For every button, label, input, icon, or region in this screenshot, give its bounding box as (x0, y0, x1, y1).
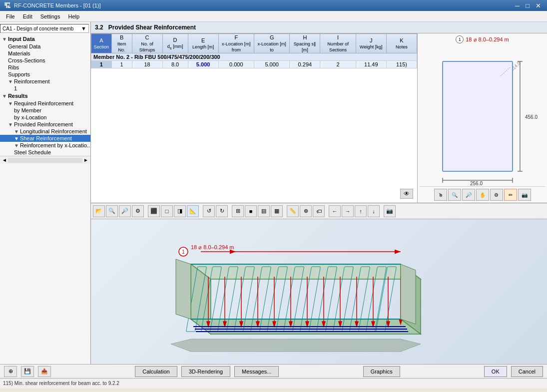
rendering-button[interactable]: 3D-Rendering (181, 366, 230, 377)
tb-zoom-button[interactable]: 🔎 (119, 205, 131, 217)
input-data-header[interactable]: ▼ Input Data (0, 35, 90, 43)
tb-wire-button[interactable]: ▤ (258, 205, 270, 217)
col-header-g: Gx-Location [m] to (254, 34, 290, 53)
tb-arrow-down-button[interactable]: ↓ (368, 205, 380, 217)
cell-spacing: 0.294 (290, 61, 320, 68)
tb-settings-button[interactable]: ⚙ (132, 205, 144, 217)
materials-label: Materials (8, 50, 30, 56)
tb-solid-button[interactable]: ■ (245, 205, 257, 217)
top-pane: ASection BItem No. CNo. of Stirrups Dds … (91, 33, 547, 203)
beam-base (171, 339, 421, 352)
cs-zoom-button[interactable]: 🔎 (462, 189, 475, 201)
tb-arrow-right-button[interactable]: → (342, 205, 354, 217)
cell-notes: 115) (386, 61, 417, 68)
long-reinf-expand-icon: ▼ (14, 129, 19, 134)
results-header[interactable]: ▼ Results (0, 92, 90, 100)
visibility-button[interactable]: 👁 (400, 189, 413, 199)
view-3d[interactable]: 1 18 ⌀ 8.0–0.294 m (91, 219, 547, 364)
prov-reinf-label: Provided Reinforcement (14, 121, 73, 127)
ok-button[interactable]: OK (484, 366, 507, 377)
cancel-button[interactable]: Cancel (511, 366, 543, 377)
cs-outer-rect (443, 61, 513, 171)
sidebar-item-reinf-by-x[interactable]: ▼ Reinforcement by x-Locatio... (0, 142, 90, 149)
tb-rotate-ccw-button[interactable]: ↻ (216, 205, 228, 217)
bottom-icon-1[interactable]: ⊕ (4, 366, 17, 377)
sidebar-item-by-x-location[interactable]: by x-Location (0, 114, 90, 121)
cell-item-no: 1 (111, 61, 132, 68)
sidebar-item-steel-schedule[interactable]: Steel Schedule (0, 149, 90, 156)
data-table: ASection BItem No. CNo. of Stirrups Dds … (91, 33, 417, 68)
cs-rotate-button[interactable]: ⚙ (490, 189, 503, 201)
tb-arrow-up-button[interactable]: ↑ (355, 205, 367, 217)
tb-side-button[interactable]: ◨ (174, 205, 186, 217)
sidebar-item-reinforcement-1[interactable]: 1 (0, 85, 90, 92)
table-row[interactable]: 1 1 18 8.0 5.000 0.000 5.000 0.294 2 11.… (91, 61, 417, 68)
tb-zoom-all-button[interactable]: 🔍 (106, 205, 118, 217)
tb-arrow-left-button[interactable]: ← (329, 205, 341, 217)
sidebar-item-reinforcement[interactable]: ▼ Reinforcement (0, 78, 90, 85)
menu-edit[interactable]: Edit (19, 12, 36, 20)
bottom-icon-3[interactable]: 📤 (38, 366, 51, 377)
scroll-right-icon[interactable]: ► (83, 157, 88, 163)
tb-top-button[interactable]: □ (161, 205, 173, 217)
col-header-b: BItem No. (111, 34, 132, 53)
tb-label-button[interactable]: 🏷 (313, 205, 325, 217)
steel-schedule-label: Steel Schedule (14, 149, 51, 155)
tb-iso-button[interactable]: 📐 (187, 205, 199, 217)
cs-pan-button[interactable]: ✋ (476, 189, 489, 201)
sidebar-item-cross-sections[interactable]: Cross-Sections (0, 57, 90, 64)
sidebar-item-provided-reinf[interactable]: ▼ Provided Reinforcement (0, 121, 90, 128)
close-button[interactable]: ✕ (534, 2, 543, 9)
sidebar-item-required-reinf[interactable]: ▼ Required Reinforcement (0, 100, 90, 107)
sidebar-item-ribs[interactable]: Ribs (0, 64, 90, 71)
cell-num-sections: 2 (320, 61, 356, 68)
cell-ds: 8.0 (162, 61, 188, 68)
bottom-icon-2[interactable]: 💾 (21, 366, 34, 377)
col-header-c: CNo. of Stirrups (132, 34, 162, 53)
title-bar: 🏗 RF-CONCRETE Members - [01 (1)] ─ □ ✕ (0, 0, 547, 11)
messages-button[interactable]: Messages... (234, 366, 279, 377)
maximize-button[interactable]: □ (524, 2, 532, 9)
cs-annotation: 1 18 ⌀ 8.0–0.294 m (456, 35, 509, 43)
reinf-1-label: 1 (14, 85, 17, 91)
title-controls: ─ □ ✕ (513, 2, 543, 9)
tb-rotate-cw-button[interactable]: ↺ (203, 205, 215, 217)
graphics-button[interactable]: Graphics (363, 366, 400, 377)
cs-zoom-all-button[interactable]: 🔍 (448, 189, 461, 201)
tb-open-button[interactable]: 📂 (93, 205, 105, 217)
sidebar-item-longitudinal-reinf[interactable]: ▼ Longitudinal Reinforcement (0, 128, 90, 135)
tb-measure-button[interactable]: 📏 (287, 205, 299, 217)
sidebar-item-supports[interactable]: Supports (0, 71, 90, 78)
status-text: 115) Min. shear reinforcement for beam a… (3, 381, 119, 386)
cs-screenshot-button[interactable]: 📷 (518, 189, 531, 201)
col-header-d: Dds [mm] (162, 34, 188, 53)
tb-frame-button[interactable]: ⊞ (232, 205, 244, 217)
cell-weight: 11.49 (356, 61, 386, 68)
cs-edit-button[interactable]: ✏ (504, 189, 517, 201)
sidebar-scrollbar[interactable]: ◄ ► (0, 156, 90, 164)
menu-settings[interactable]: Settings (36, 12, 64, 20)
scroll-left-icon[interactable]: ◄ (2, 157, 7, 163)
tb-screenshot-3d-button[interactable]: 📷 (384, 205, 396, 217)
menu-file[interactable]: File (2, 12, 19, 20)
results-section: ▼ Results ▼ Required Reinforcement by Me… (0, 92, 90, 156)
sidebar-item-shear-reinf[interactable]: ▼ Shear Reinforcement (0, 135, 90, 142)
cs-select-button[interactable]: 🖱 (434, 189, 447, 201)
member-row: Member No. 2 - Rib FBU 500/475/475/200/2… (91, 53, 417, 61)
calculation-button[interactable]: Calculation (135, 366, 177, 377)
results-expand-icon: ▼ (2, 93, 7, 99)
cs-number: 1 (459, 37, 461, 42)
tb-front-button[interactable]: ⬛ (148, 205, 160, 217)
sidebar-item-materials[interactable]: Materials (0, 50, 90, 57)
ca1-dropdown[interactable]: CA1 - Design of concrete memb ▼ (0, 24, 89, 33)
shear-reinf-label: Shear Reinforcement (20, 135, 72, 141)
title-text: RF-CONCRETE Members - [01 (1)] (14, 2, 101, 8)
tb-dim-button[interactable]: ⊕ (300, 205, 312, 217)
sidebar-item-by-member[interactable]: by Member (0, 107, 90, 114)
menu-help[interactable]: Help (64, 12, 83, 20)
col-header-f: Fx-Location [m] from (218, 34, 254, 53)
minimize-button[interactable]: ─ (513, 2, 522, 9)
sidebar-item-general-data[interactable]: General Data (0, 43, 90, 50)
tb-texture-button[interactable]: ▦ (271, 205, 283, 217)
cell-length: 5.000 (188, 61, 218, 68)
